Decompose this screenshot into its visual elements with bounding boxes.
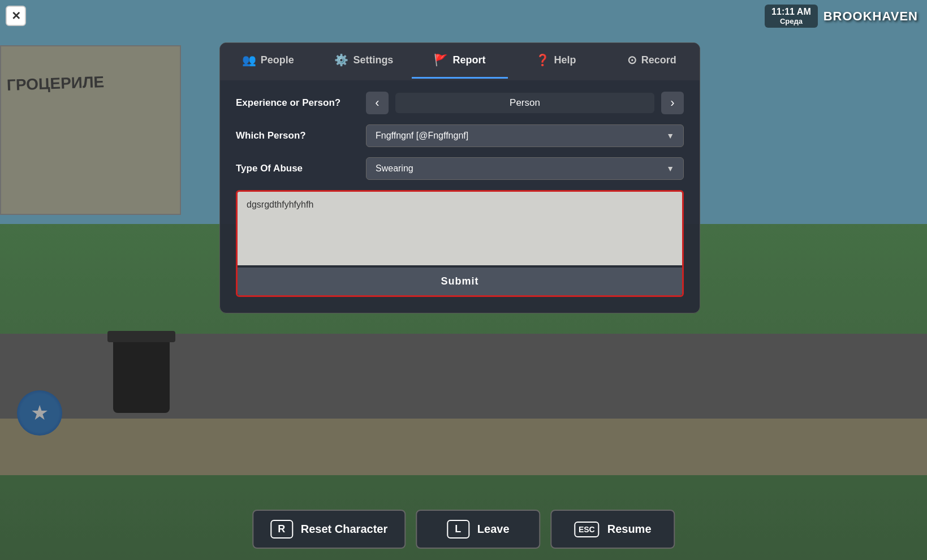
abuse-type-label: Type Of Abuse: [236, 163, 355, 174]
experience-row: Experience or Person? ‹ Person ›: [236, 92, 684, 114]
report-icon: 🚩: [434, 53, 448, 67]
leave-key-badge: L: [447, 520, 469, 539]
time-display: 11:11 AM Среда: [765, 5, 818, 28]
top-hud: 11:11 AM Среда BROOKHAVEN: [756, 0, 927, 32]
nav-prev-button[interactable]: ‹: [366, 92, 389, 114]
reset-key-badge: R: [270, 520, 293, 539]
tab-bar: 👥 People ⚙️ Settings 🚩 Report ❓ Help ⊙ R…: [220, 43, 700, 80]
dropdown-arrow-icon: ▼: [666, 131, 674, 140]
report-text-container: Submit: [236, 190, 684, 297]
tab-settings[interactable]: ⚙️ Settings: [316, 43, 412, 79]
resume-button[interactable]: ESC Resume: [550, 510, 675, 549]
record-icon: ⊙: [627, 53, 637, 67]
resume-key-badge: ESC: [574, 522, 600, 537]
nav-current-value: Person: [395, 93, 654, 113]
game-title: BROOKHAVEN: [823, 9, 918, 24]
which-person-row: Which Person? Fngffngnf [@Fngffngnf] ▼: [236, 124, 684, 147]
tab-people[interactable]: 👥 People: [220, 43, 316, 79]
dialog-panel: 👥 People ⚙️ Settings 🚩 Report ❓ Help ⊙ R…: [219, 42, 700, 313]
leave-button[interactable]: L Leave: [416, 510, 540, 549]
tab-help-label: Help: [554, 54, 576, 66]
close-icon: ✕: [11, 9, 21, 23]
reset-character-button[interactable]: R Reset Character: [252, 510, 406, 549]
leave-label: Leave: [477, 523, 510, 536]
dialog-content: Experience or Person? ‹ Person › Which P…: [220, 80, 700, 313]
people-icon: 👥: [242, 53, 256, 67]
abuse-dropdown-value: Swearing: [376, 163, 413, 174]
help-icon: ❓: [536, 53, 550, 67]
tab-help[interactable]: ❓ Help: [508, 43, 604, 79]
tab-record[interactable]: ⊙ Record: [603, 43, 700, 79]
day: Среда: [771, 17, 811, 25]
tab-report-label: Report: [452, 54, 485, 66]
resume-label: Resume: [607, 523, 652, 536]
abuse-dropdown-arrow-icon: ▼: [666, 164, 674, 173]
close-button[interactable]: ✕: [6, 6, 26, 26]
tab-settings-label: Settings: [353, 54, 393, 66]
tab-report[interactable]: 🚩 Report: [412, 43, 508, 79]
person-dropdown-value: Fngffngnf [@Fngffngnf]: [376, 131, 468, 141]
time: 11:11 AM: [771, 7, 811, 17]
tab-record-label: Record: [641, 54, 676, 66]
report-textarea[interactable]: [238, 192, 682, 265]
abuse-dropdown[interactable]: Swearing ▼: [366, 157, 684, 180]
bottom-bar: R Reset Character L Leave ESC Resume: [252, 510, 675, 549]
abuse-type-row: Type Of Abuse Swearing ▼: [236, 157, 684, 180]
settings-icon: ⚙️: [334, 53, 348, 67]
navigation-row: ‹ Person ›: [366, 92, 684, 114]
nav-next-button[interactable]: ›: [661, 92, 684, 114]
which-person-label: Which Person?: [236, 130, 355, 141]
submit-section: Submit: [238, 268, 682, 295]
experience-label: Experience or Person?: [236, 97, 355, 109]
submit-button[interactable]: Submit: [238, 268, 682, 295]
tab-people-label: People: [261, 54, 294, 66]
reset-character-label: Reset Character: [301, 523, 387, 536]
person-dropdown[interactable]: Fngffngnf [@Fngffngnf] ▼: [366, 124, 684, 147]
